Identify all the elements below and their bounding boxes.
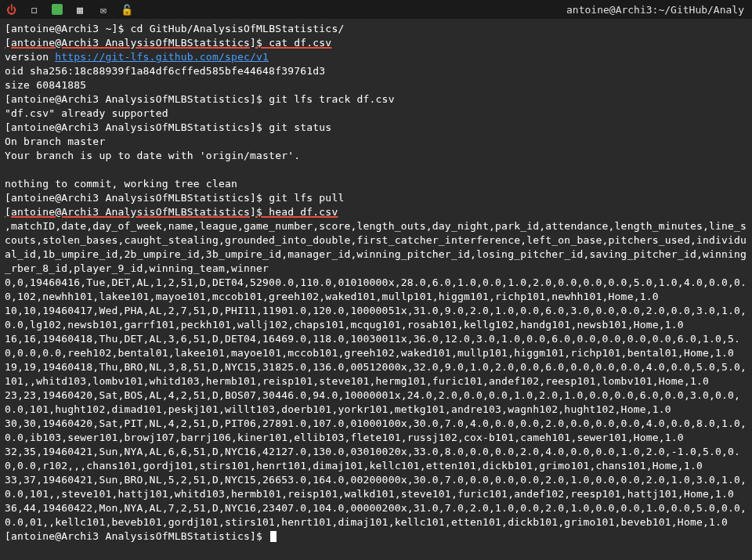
command-git-lfs-pull: git lfs pull [269, 192, 344, 204]
csv-row: 23,23,19460420,Sat,BOS,AL,4,2,51,D,BOS07… [5, 389, 740, 415]
command-git-lfs-track: git lfs track df.csv [269, 93, 395, 105]
terminal-icon[interactable] [52, 4, 63, 15]
cursor [270, 531, 277, 542]
csv-row: 36,44,19460422,Mon,NYA,AL,7,2,51,D,NYC16… [5, 502, 747, 528]
terminal-output[interactable]: [antoine@Archi3 ~]$ cd GitHub/AnalysisOf… [0, 19, 752, 547]
output-text: version [5, 51, 55, 63]
command-cd: cd GitHub/AnalysisOfMLBStatistics/ [131, 23, 345, 34]
prompt: [antoine@Archi3 AnalysisOfMLBStatistics]… [5, 121, 269, 133]
prompt: [antoine@Archi3 AnalysisOfMLBStatistics]… [5, 93, 269, 105]
csv-row: 33,37,19460421,Sun,BRO,NL,5,2,51,D,NYC15… [5, 474, 747, 500]
csv-row: 0,0,19460416,Tue,DET,AL,1,2,51,D,DET04,5… [5, 276, 747, 302]
prompt: [antoine@Archi3 AnalysisOfMLBStatistics]… [5, 530, 269, 542]
unlock-icon[interactable]: 🔓 [121, 3, 133, 16]
topbar-left: ⏻ ◻ ▦ ✉ 🔓 [5, 3, 133, 16]
output-text: size 60841885 [5, 79, 86, 91]
prompt: [antoine@Archi3 AnalysisOfMLBStatistics]… [5, 206, 269, 218]
output-text: nothing to commit, working tree clean [5, 178, 237, 190]
window-icon[interactable]: ◻ [28, 3, 41, 16]
output-text: oid sha256:18c88939f1a84df6cffed585bfe44… [5, 65, 325, 77]
mail-icon[interactable]: ✉ [97, 3, 110, 16]
prompt: [antoine@Archi3 AnalysisOfMLBStatistics]… [5, 37, 269, 49]
csv-row: 19,19,19460418,Thu,BRO,NL,3,8,51,D,NYC15… [5, 361, 747, 387]
output-text: Your branch is up to date with 'origin/m… [5, 150, 300, 161]
system-topbar: ⏻ ◻ ▦ ✉ 🔓 antoine@Archi3:~/GitHub/Analy [0, 0, 752, 19]
command-head: head df.csv [269, 206, 338, 218]
csv-row: 16,16,19460418,Thu,DET,AL,3,6,51,D,DET04… [5, 333, 740, 359]
output-text: "df.csv" already supported [5, 107, 168, 119]
csv-row: 32,35,19460421,Sun,NYA,AL,6,6,51,D,NYC16… [5, 446, 740, 471]
command-cat: cat df.csv [269, 37, 331, 49]
csv-header: ,matchID,date,day_of_week,name,league,ga… [5, 220, 747, 274]
menu-icon[interactable]: ▦ [74, 3, 86, 16]
prompt: [antoine@Archi3 ~]$ [5, 23, 131, 34]
output-text: On branch master [5, 135, 105, 147]
csv-row: 10,10,19460417,Wed,PHA,AL,2,7,51,D,PHI11… [5, 305, 747, 331]
window-title: antoine@Archi3:~/GitHub/Analy [566, 4, 747, 16]
command-git-status: git status [269, 121, 331, 133]
prompt: [antoine@Archi3 AnalysisOfMLBStatistics]… [5, 192, 269, 204]
lfs-spec-link[interactable]: https://git-lfs.github.com/spec/v1 [55, 51, 269, 63]
csv-row: 30,30,19460420,Sat,PIT,NL,4,2,51,D,PIT06… [5, 417, 747, 443]
power-icon[interactable]: ⏻ [5, 3, 17, 16]
